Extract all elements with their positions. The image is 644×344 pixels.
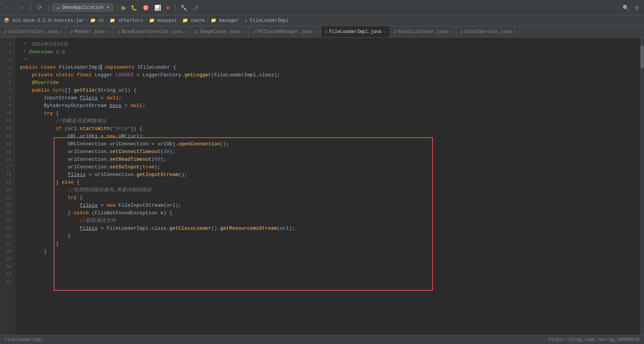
code-line-20: urlConnection.setDoInput(true); <box>20 163 636 171</box>
code-line-25: fileis = new FileInputStream(url); <box>20 202 636 209</box>
code-line-23: //先用绝对路径查询,再查询相对路径 <box>20 186 636 194</box>
close-icon[interactable]: ✕ <box>184 30 187 34</box>
tab-label: ExcelService.java <box>465 29 511 35</box>
code-line-10: InputStream fileis = null; <box>20 94 636 102</box>
code-line-24: try { <box>20 194 636 202</box>
code-line-16: URL urlObj = new URL(url); <box>20 133 636 140</box>
java-icon: J <box>325 30 328 34</box>
profile-button[interactable]: 📊 <box>153 4 162 12</box>
java-icon: J <box>253 30 256 34</box>
tab-label: ExcelListener.java <box>398 29 448 35</box>
tab-excelservice[interactable]: J ExcelService.java ✕ <box>456 26 520 38</box>
code-line-17: URLConnection urlConnection = urlObj.ope… <box>20 140 636 148</box>
java-icon: J <box>460 30 463 34</box>
scrollbar-thumb[interactable] <box>641 45 644 68</box>
tab-label: POICacheManager.java <box>257 29 312 35</box>
coverage-button[interactable]: 🎯 <box>141 4 151 12</box>
java-icon: J <box>4 30 7 34</box>
close-icon[interactable]: ✕ <box>243 30 245 34</box>
tab-baseexport[interactable]: J BaseExportService.java ✕ <box>113 26 191 38</box>
tab-fileloader[interactable]: J FileLoaderImpl.java ✕ <box>321 26 390 38</box>
breadcrumb-cn[interactable]: 📁 cn <box>90 18 104 23</box>
code-line-22: } else { <box>20 179 636 186</box>
vcs-button[interactable]: 🔧 <box>179 4 188 12</box>
run-button[interactable]: ▶ <box>121 3 127 12</box>
code-line-4: public class FileLoaderImpl implements I… <box>20 64 636 71</box>
close-icon[interactable]: ✕ <box>315 30 317 34</box>
toolbar: ← → ⟳ ☕ DemoApplication ▾ ▶ 🐛 🎯 📊 ■ 🔧 ⎇ … <box>0 0 644 15</box>
close-icon[interactable]: ✕ <box>107 30 109 34</box>
close-icon[interactable]: ✕ <box>450 30 452 34</box>
tab-label: BaseExportService.java <box>122 29 182 35</box>
status-left: FileLoaderImpl <box>5 337 43 342</box>
code-line-30: } <box>20 240 636 248</box>
forward-button[interactable]: → <box>16 3 27 12</box>
code-line-12: try { <box>20 110 636 117</box>
git-button[interactable]: ⎇ <box>191 4 200 12</box>
tab-poicache[interactable]: J POICacheManager.java ✕ <box>249 26 321 38</box>
java-icon: J <box>70 30 73 34</box>
code-line-18: urlConnection.setConnectTimeout(30); <box>20 148 636 156</box>
code-line-19: urlConnection.setReadTimeout(60); <box>20 156 636 163</box>
breadcrumb-cache[interactable]: 📁 cache <box>182 18 205 23</box>
code-line-27: //获取项目文件 <box>20 217 636 225</box>
code-line-29: } <box>20 232 636 240</box>
code-line-21: fileis = urlConnection.getInputStream(); <box>20 171 636 179</box>
java-icon: J <box>117 30 120 34</box>
stop-button[interactable]: ■ <box>165 4 171 12</box>
line-numbers: 1 2 3 4 5 6 7 8 9 10 11 12 13 14 15 16 1… <box>0 38 15 335</box>
code-line-14: //判断是否是网络地址 <box>20 117 636 125</box>
app-icon: ☕ <box>57 5 59 10</box>
code-editor[interactable]: * 2014年2月10日 * @version 1.0 */ public cl… <box>15 38 640 335</box>
status-right: https://blog.csdn.net/qq_34988540 <box>548 337 639 342</box>
code-line-15: if (url.startsWith("http")) { <box>20 125 636 133</box>
close-icon[interactable]: ✕ <box>513 30 516 34</box>
separator3 <box>117 4 118 12</box>
tab-label: ImageCache.java <box>199 29 241 35</box>
vertical-scrollbar[interactable] <box>640 38 644 335</box>
code-line-31: } <box>20 248 636 255</box>
tab-member[interactable]: J Member.java ✕ <box>66 26 113 38</box>
breadcrumb-file[interactable]: ☕ FileLoaderImpl <box>244 18 288 23</box>
java-icon: J <box>195 30 197 34</box>
code-line-1: * 2014年2月10日 <box>20 41 636 48</box>
tab-label: celController.java <box>8 29 58 35</box>
dropdown-icon: ▾ <box>107 5 109 10</box>
status-bar: FileLoaderImpl https://blog.csdn.net/qq_… <box>0 335 644 344</box>
tab-label: FileLoaderImpl.java <box>329 29 382 35</box>
breadcrumb-jar[interactable]: 📦 eoi-base-3.2.0-sources.jar <box>4 18 84 23</box>
code-line-26: } catch (FileNotFoundException e) { <box>20 209 636 217</box>
breadcrumb-afterturn[interactable]: 📁 afterturn <box>110 18 143 23</box>
refresh-button[interactable]: ⟳ <box>35 3 44 12</box>
code-line-9: public byte[] getFile(String url) { <box>20 87 636 94</box>
breadcrumb-manager[interactable]: 📁 manager <box>211 18 239 23</box>
code-line-11: ByteArrayOutputStream baos = null; <box>20 102 636 110</box>
tab-celcontroller[interactable]: J celController.java ✕ <box>0 26 66 38</box>
code-line-3: */ <box>20 56 636 64</box>
tabs-bar: J celController.java ✕ J Member.java ✕ J… <box>0 26 644 38</box>
tab-label: Member.java <box>75 29 105 35</box>
code-line-28: fileis = FileLoaderImpl.class.getClassLo… <box>20 225 636 232</box>
code-line-2: * @version 1.0 <box>20 48 636 56</box>
search-button[interactable]: 🔍 <box>621 4 631 12</box>
app-selector[interactable]: ☕ DemoApplication ▾ <box>52 3 113 12</box>
breadcrumb-bar: 📦 eoi-base-3.2.0-sources.jar › 📁 cn › 📁 … <box>0 15 644 26</box>
java-icon: J <box>394 30 397 34</box>
back-button[interactable]: ← <box>3 3 14 12</box>
tab-imagecache[interactable]: J ImageCache.java ✕ <box>191 26 249 38</box>
close-icon[interactable]: ✕ <box>383 30 386 34</box>
separator <box>31 4 31 12</box>
close-icon[interactable]: ✕ <box>60 30 62 34</box>
separator4 <box>175 4 175 12</box>
separator2 <box>48 4 49 12</box>
code-line-6: private static final Logger LOGGER = Log… <box>20 71 636 79</box>
app-label: DemoApplication <box>62 5 103 10</box>
code-line-8: @Override <box>20 79 636 87</box>
breadcrumb-easypoi[interactable]: 📁 easypoi <box>149 18 177 23</box>
editor-container: 1 2 3 4 5 6 7 8 9 10 11 12 13 14 15 16 1… <box>0 38 644 335</box>
settings-button[interactable]: ⚙ <box>633 4 641 12</box>
tab-excellistener[interactable]: J ExcelListener.java ✕ <box>390 26 456 38</box>
debug-button[interactable]: 🐛 <box>129 4 139 12</box>
